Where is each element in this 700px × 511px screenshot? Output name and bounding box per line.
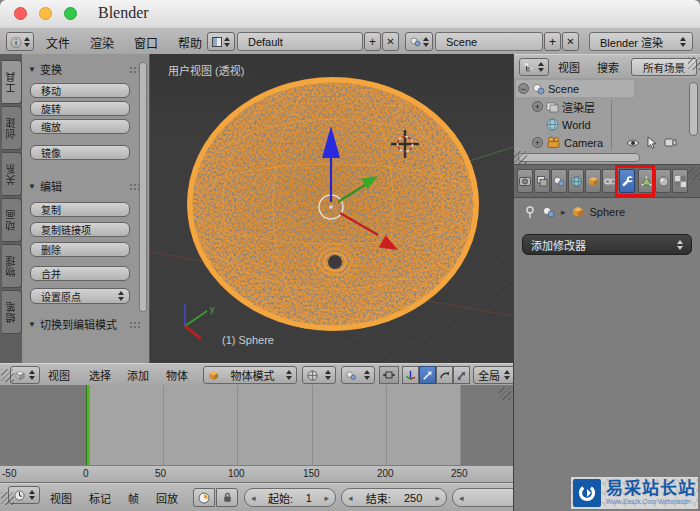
object-cube-icon[interactable] [572, 206, 584, 218]
shelf-tab-create[interactable]: 创建 [2, 106, 22, 150]
panel-header-transform[interactable]: ▼ 变换 [28, 61, 142, 77]
delete-scene-button[interactable]: ✕ [562, 32, 579, 51]
shelf-tab-relations[interactable]: 关系 [2, 152, 22, 196]
duplicate-linked-button[interactable]: 复制链接项 [30, 222, 130, 237]
resize-grip[interactable] [688, 167, 700, 180]
stepper-left-icon[interactable]: ◂ [459, 493, 464, 503]
vp-menu-add[interactable]: 添加 [127, 367, 149, 383]
mode-dropdown[interactable]: 物体模式 [203, 366, 297, 384]
outliner-item-scene[interactable]: − Scene [518, 80, 579, 97]
menu-file[interactable]: 文件 [46, 33, 70, 50]
sphere-object[interactable] [187, 77, 479, 331]
panel-grip-icon[interactable] [129, 321, 142, 328]
shelf-tab-physics[interactable]: 物理 [2, 244, 22, 288]
tl-menu-playback[interactable]: 回放 [156, 490, 178, 506]
expand-toggle-icon[interactable]: + [532, 137, 543, 148]
stepper-right-icon[interactable]: ▸ [435, 493, 440, 503]
join-button[interactable]: 合并 [30, 266, 130, 281]
stepper-left-icon[interactable]: ◂ [251, 493, 256, 503]
resize-grip[interactable] [688, 57, 700, 70]
scene-icon[interactable] [542, 206, 555, 218]
menu-window[interactable]: 窗口 [134, 33, 158, 50]
add-scene-button[interactable]: + [544, 32, 561, 51]
scene-browse-button[interactable] [405, 32, 433, 51]
editor-type-info-button[interactable]: ⓘ [6, 32, 34, 51]
viewport-3d[interactable]: y 用户视图 (透视) (1) Sphere [150, 54, 513, 363]
screen-layout-browse-button[interactable] [207, 32, 235, 51]
frame-start-field[interactable]: ◂ 起始: 1 ▸ [244, 488, 336, 507]
mirror-button[interactable]: 镜像 [30, 145, 130, 160]
tl-menu-marker[interactable]: 标记 [89, 490, 111, 506]
resize-grip[interactable] [1, 492, 14, 505]
expand-toggle-icon[interactable]: + [532, 101, 543, 112]
stepper-left-icon[interactable]: ◂ [348, 493, 353, 503]
delete-button[interactable]: 删除 [30, 242, 130, 257]
resize-grip[interactable] [1, 369, 14, 382]
shelf-tab-tools[interactable]: 工具 [2, 60, 22, 104]
timeline-editor[interactable] [0, 385, 513, 465]
tab-world[interactable] [568, 169, 584, 193]
tab-material[interactable] [655, 169, 671, 193]
vp-menu-object[interactable]: 物体 [166, 367, 188, 383]
panel-header-edit[interactable]: ▼ 编辑 [28, 178, 142, 194]
manipulator-scale-button[interactable] [453, 366, 470, 384]
duplicate-button[interactable]: 复制 [30, 202, 130, 217]
resize-grip[interactable] [514, 151, 527, 164]
scale-button[interactable]: 缩放 [30, 119, 130, 134]
eye-icon[interactable] [626, 138, 640, 148]
shelf-tab-animation[interactable]: 动画 [2, 198, 22, 242]
outliner-item-world[interactable]: World [546, 116, 591, 133]
pin-icon[interactable] [524, 206, 536, 219]
pivot-dropdown[interactable] [341, 366, 375, 384]
manipulator-translate-button[interactable] [419, 366, 436, 384]
manipulator-rotate-button[interactable] [436, 366, 453, 384]
tl-menu-view[interactable]: 视图 [50, 490, 72, 506]
render-engine-dropdown[interactable]: Blender 渲染 [589, 32, 693, 51]
tab-texture[interactable] [672, 169, 688, 193]
shading-dropdown[interactable] [302, 366, 336, 384]
shelf-tab-grease-pencil[interactable]: 蜡笔 [2, 290, 22, 334]
manipulator-toggle-button[interactable] [379, 366, 399, 384]
close-window-button[interactable] [14, 7, 27, 20]
outliner-item-camera[interactable]: + Camera [532, 134, 603, 151]
timeline-ruler[interactable]: -50 0 50 100 150 200 250 [0, 465, 513, 483]
resize-grip[interactable] [498, 387, 511, 400]
shelf-scrollbar[interactable] [139, 62, 147, 312]
current-frame-playhead[interactable] [86, 385, 90, 465]
stepper-right-icon[interactable]: ▸ [324, 493, 329, 503]
tl-menu-frame[interactable]: 帧 [128, 490, 139, 506]
delete-layout-button[interactable]: ✕ [382, 32, 399, 51]
vp-menu-select[interactable]: 选择 [89, 367, 111, 383]
outliner-hscrollbar[interactable] [518, 153, 640, 162]
frame-end-field[interactable]: ◂ 结束: 250 ▸ [341, 488, 447, 507]
scene-field[interactable]: Scene [435, 32, 543, 51]
manipulator-axes-button[interactable] [402, 366, 419, 384]
outliner-menu-search[interactable]: 搜索 [597, 59, 619, 75]
orientation-dropdown[interactable]: 全局 [473, 366, 515, 384]
vp-menu-view[interactable]: 视图 [48, 367, 70, 383]
outliner-item-render-layers[interactable]: + 渲染层 [532, 98, 595, 115]
set-origin-dropdown[interactable]: 设置原点 [30, 288, 130, 304]
preview-range-clock-button[interactable] [193, 488, 215, 507]
minimize-window-button[interactable] [39, 7, 52, 20]
tab-render-layers[interactable] [534, 169, 550, 193]
outliner-vscrollbar[interactable] [689, 82, 698, 136]
tab-object[interactable] [585, 169, 601, 193]
editor-type-3dview-button[interactable] [10, 366, 40, 384]
move-button[interactable]: 移动 [30, 83, 130, 98]
selectable-cursor-icon[interactable] [647, 137, 657, 149]
editor-type-outliner-button[interactable] [519, 58, 549, 76]
render-restrict-camera-icon[interactable] [664, 137, 677, 148]
menu-help[interactable]: 帮助 [178, 33, 202, 50]
screen-layout-field[interactable]: Default [237, 32, 363, 51]
outliner-menu-view[interactable]: 视图 [558, 59, 580, 75]
collapse-toggle-icon[interactable]: − [518, 83, 529, 94]
rotate-button[interactable]: 旋转 [30, 101, 130, 116]
add-layout-button[interactable]: + [364, 32, 381, 51]
tab-render[interactable] [517, 169, 533, 193]
panel-header-toggle-editmode[interactable]: ▼ 切换到编辑模式 [28, 316, 142, 332]
current-frame-field[interactable]: ◂ [452, 488, 513, 507]
maximize-window-button[interactable] [64, 7, 77, 20]
menu-render[interactable]: 渲染 [90, 33, 114, 50]
add-modifier-dropdown[interactable]: 添加修改器 [522, 234, 692, 255]
